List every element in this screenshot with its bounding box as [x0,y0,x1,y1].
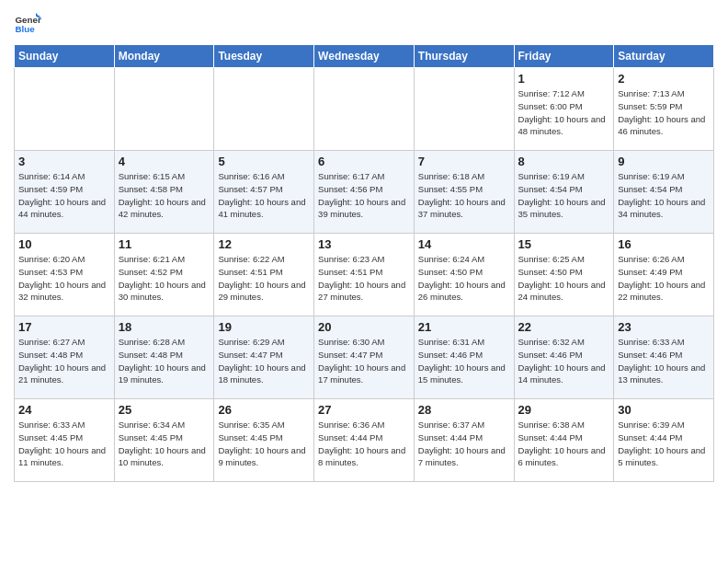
day-info: Sunrise: 6:36 AM Sunset: 4:44 PM Dayligh… [318,419,410,469]
calendar-cell: 17Sunrise: 6:27 AM Sunset: 4:48 PM Dayli… [15,316,115,399]
calendar-week-row: 1Sunrise: 7:12 AM Sunset: 6:00 PM Daylig… [15,68,714,151]
day-info: Sunrise: 6:26 AM Sunset: 4:49 PM Dayligh… [618,253,710,304]
day-number: 27 [318,403,410,417]
day-number: 16 [618,237,710,251]
day-number: 5 [218,155,310,168]
day-info: Sunrise: 6:22 AM Sunset: 4:51 PM Dayligh… [218,253,310,304]
day-info: Sunrise: 6:24 AM Sunset: 4:50 PM Dayligh… [418,253,510,304]
calendar-cell: 27Sunrise: 6:36 AM Sunset: 4:44 PM Dayli… [314,399,415,482]
calendar-cell: 28Sunrise: 6:37 AM Sunset: 4:44 PM Dayli… [414,399,514,482]
calendar-cell: 10Sunrise: 6:20 AM Sunset: 4:53 PM Dayli… [15,234,115,316]
day-info: Sunrise: 6:21 AM Sunset: 4:52 PM Dayligh… [119,253,210,304]
day-info: Sunrise: 7:13 AM Sunset: 5:59 PM Dayligh… [618,87,710,138]
day-info: Sunrise: 6:34 AM Sunset: 4:45 PM Dayligh… [119,419,210,469]
calendar-cell: 25Sunrise: 6:34 AM Sunset: 4:45 PM Dayli… [114,399,214,482]
calendar-cell: 16Sunrise: 6:26 AM Sunset: 4:49 PM Dayli… [614,234,714,316]
calendar-cell [414,68,514,151]
day-number: 14 [418,237,510,251]
day-number: 21 [418,320,510,334]
calendar-cell [314,68,415,151]
calendar-cell: 12Sunrise: 6:22 AM Sunset: 4:51 PM Dayli… [214,234,314,316]
day-number: 26 [218,403,310,417]
calendar-cell [114,68,214,151]
day-number: 18 [119,320,210,334]
calendar-cell: 9Sunrise: 6:19 AM Sunset: 4:54 PM Daylig… [614,151,714,234]
day-number: 25 [119,403,210,417]
day-info: Sunrise: 6:25 AM Sunset: 4:50 PM Dayligh… [518,253,610,304]
day-number: 29 [518,403,610,417]
day-info: Sunrise: 6:19 AM Sunset: 4:54 PM Dayligh… [618,170,710,221]
day-info: Sunrise: 6:17 AM Sunset: 4:56 PM Dayligh… [318,170,410,221]
day-number: 7 [418,155,510,168]
day-info: Sunrise: 6:27 AM Sunset: 4:48 PM Dayligh… [18,336,110,386]
weekday-header-tuesday: Tuesday [214,45,314,68]
weekday-header-row: SundayMondayTuesdayWednesdayThursdayFrid… [15,45,714,68]
calendar-cell: 18Sunrise: 6:28 AM Sunset: 4:48 PM Dayli… [114,316,214,399]
day-info: Sunrise: 7:12 AM Sunset: 6:00 PM Dayligh… [518,87,610,138]
calendar-cell: 21Sunrise: 6:31 AM Sunset: 4:46 PM Dayli… [414,316,514,399]
day-number: 2 [618,72,710,86]
calendar-cell: 6Sunrise: 6:17 AM Sunset: 4:56 PM Daylig… [314,151,415,234]
logo: General Blue [14,9,45,37]
day-info: Sunrise: 6:19 AM Sunset: 4:54 PM Dayligh… [518,170,610,221]
day-info: Sunrise: 6:15 AM Sunset: 4:58 PM Dayligh… [119,170,210,221]
day-number: 10 [18,237,110,251]
day-info: Sunrise: 6:35 AM Sunset: 4:45 PM Dayligh… [218,419,310,469]
calendar-cell: 13Sunrise: 6:23 AM Sunset: 4:51 PM Dayli… [314,234,415,316]
weekday-header-sunday: Sunday [15,45,115,68]
weekday-header-wednesday: Wednesday [314,45,415,68]
day-number: 23 [618,320,710,334]
page-header: General Blue [14,9,714,37]
calendar-cell [214,68,314,151]
day-info: Sunrise: 6:23 AM Sunset: 4:51 PM Dayligh… [318,253,410,304]
day-number: 9 [618,155,710,168]
calendar-cell: 7Sunrise: 6:18 AM Sunset: 4:55 PM Daylig… [414,151,514,234]
day-info: Sunrise: 6:16 AM Sunset: 4:57 PM Dayligh… [218,170,310,221]
calendar-cell: 24Sunrise: 6:33 AM Sunset: 4:45 PM Dayli… [15,399,115,482]
calendar-cell: 26Sunrise: 6:35 AM Sunset: 4:45 PM Dayli… [214,399,314,482]
calendar-cell: 5Sunrise: 6:16 AM Sunset: 4:57 PM Daylig… [214,151,314,234]
calendar-cell: 3Sunrise: 6:14 AM Sunset: 4:59 PM Daylig… [15,151,115,234]
calendar-cell [15,68,115,151]
day-info: Sunrise: 6:29 AM Sunset: 4:47 PM Dayligh… [218,336,310,386]
calendar-week-row: 24Sunrise: 6:33 AM Sunset: 4:45 PM Dayli… [15,399,714,482]
day-number: 17 [18,320,110,334]
day-number: 24 [18,403,110,417]
calendar-table: SundayMondayTuesdayWednesdayThursdayFrid… [14,44,714,482]
day-number: 6 [318,155,410,168]
calendar-cell: 14Sunrise: 6:24 AM Sunset: 4:50 PM Dayli… [414,234,514,316]
day-number: 1 [518,72,610,86]
weekday-header-monday: Monday [114,45,214,68]
calendar-week-row: 10Sunrise: 6:20 AM Sunset: 4:53 PM Dayli… [15,234,714,316]
day-info: Sunrise: 6:20 AM Sunset: 4:53 PM Dayligh… [18,253,110,304]
day-number: 8 [518,155,610,168]
day-number: 15 [518,237,610,251]
day-info: Sunrise: 6:33 AM Sunset: 4:46 PM Dayligh… [618,336,710,386]
day-info: Sunrise: 6:38 AM Sunset: 4:44 PM Dayligh… [518,419,610,469]
day-info: Sunrise: 6:39 AM Sunset: 4:44 PM Dayligh… [618,419,710,469]
day-number: 11 [119,237,210,251]
day-info: Sunrise: 6:32 AM Sunset: 4:46 PM Dayligh… [518,336,610,386]
day-number: 28 [418,403,510,417]
day-info: Sunrise: 6:14 AM Sunset: 4:59 PM Dayligh… [18,170,110,221]
day-info: Sunrise: 6:37 AM Sunset: 4:44 PM Dayligh… [418,419,510,469]
weekday-header-saturday: Saturday [614,45,714,68]
calendar-cell: 30Sunrise: 6:39 AM Sunset: 4:44 PM Dayli… [614,399,714,482]
weekday-header-friday: Friday [514,45,614,68]
calendar-cell: 1Sunrise: 7:12 AM Sunset: 6:00 PM Daylig… [514,68,614,151]
calendar-cell: 2Sunrise: 7:13 AM Sunset: 5:59 PM Daylig… [614,68,714,151]
calendar-cell: 4Sunrise: 6:15 AM Sunset: 4:58 PM Daylig… [114,151,214,234]
calendar-cell: 22Sunrise: 6:32 AM Sunset: 4:46 PM Dayli… [514,316,614,399]
day-number: 22 [518,320,610,334]
calendar-cell: 19Sunrise: 6:29 AM Sunset: 4:47 PM Dayli… [214,316,314,399]
day-info: Sunrise: 6:30 AM Sunset: 4:47 PM Dayligh… [318,336,410,386]
day-info: Sunrise: 6:33 AM Sunset: 4:45 PM Dayligh… [18,419,110,469]
weekday-header-thursday: Thursday [414,45,514,68]
day-info: Sunrise: 6:31 AM Sunset: 4:46 PM Dayligh… [418,336,510,386]
day-number: 4 [119,155,210,168]
calendar-cell: 8Sunrise: 6:19 AM Sunset: 4:54 PM Daylig… [514,151,614,234]
calendar-cell: 29Sunrise: 6:38 AM Sunset: 4:44 PM Dayli… [514,399,614,482]
day-number: 13 [318,237,410,251]
day-info: Sunrise: 6:18 AM Sunset: 4:55 PM Dayligh… [418,170,510,221]
day-number: 20 [318,320,410,334]
